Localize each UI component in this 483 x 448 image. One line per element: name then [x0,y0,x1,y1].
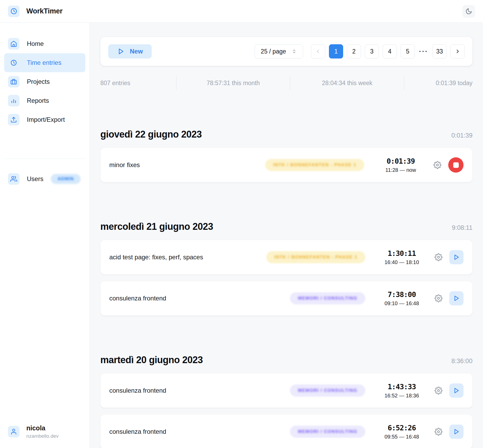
day-section: giovedì 22 giugno 2023 0:01:39 minor fix… [100,129,472,182]
profile-name: nicola [26,424,59,432]
entry-play-button[interactable] [449,425,464,439]
entry-time-block: 0:01:39 11:28 — now [374,157,428,173]
pagination-prev-button[interactable] [311,44,325,59]
select-chevrons-icon [291,48,297,54]
day-entries: minor fixes INTK / BONNEFANTEN - PHASE 1… [100,148,472,182]
project-badge-label: INTK / BONNEFANTEN - PHASE 1 [273,162,356,168]
pagination-next-button[interactable] [450,44,465,59]
project-badge: INTK / BONNEFANTEN - PHASE 1 [265,159,364,171]
sidebar-item-import-export[interactable]: Import/Export [4,110,85,129]
day-title: mercoledì 21 giugno 2023 [100,221,213,232]
clock-icon [8,57,19,69]
day-header: mercoledì 21 giugno 2023 9:08:11 [100,221,472,232]
time-entry-card: consulenza frontend MEMORI / CONSULTING … [100,373,472,408]
project-badge: MEMORI / CONSULTING [290,292,365,304]
entry-stop-button[interactable] [448,157,464,173]
pagination-page-button[interactable]: 4 [383,44,397,59]
sidebar-item-projects[interactable]: Projects [4,72,85,91]
sidebar-item-label: Reports [27,97,49,104]
pagination-page-button[interactable]: 1 [329,44,343,59]
pagination-page-button[interactable]: 3 [365,44,379,59]
profile-domain: nzambello.dev [26,433,59,439]
sidebar-nav: Home Time entries Projects Reports Impor… [0,34,90,129]
project-badge: MEMORI / CONSULTING [290,384,365,397]
sidebar-item-label: Projects [27,78,50,85]
day-total: 9:08:11 [452,224,472,231]
sidebar: Home Time entries Projects Reports Impor… [0,23,90,448]
sidebar-item-label: Time entries [27,59,61,66]
play-icon [453,428,460,435]
entry-duration: 6:52:26 [375,424,429,432]
new-entry-button[interactable]: New [108,44,152,59]
chevron-left-icon [315,48,321,54]
clock-logo-icon [8,6,19,17]
entry-time-block: 7:38:00 09:10 — 16:48 [375,290,429,306]
day-header: martedì 20 giugno 2023 8:36:00 [100,354,472,366]
sidebar-item-reports[interactable]: Reports [4,91,85,110]
sidebar-divider [4,159,85,159]
page-size-select[interactable]: 25 / page [255,44,303,59]
day-sections: giovedì 22 giugno 2023 0:01:39 minor fix… [100,129,472,448]
entry-description: consulenza frontend [109,428,290,435]
play-icon [453,254,460,261]
pagination-page-button[interactable]: 2 [347,44,361,59]
sidebar-item-users[interactable]: Users ADMIN [4,169,85,188]
play-icon [453,387,460,394]
sidebar-item-label: Users [27,175,43,183]
day-title: giovedì 22 giugno 2023 [100,129,202,140]
entry-settings-button[interactable] [435,428,442,436]
project-badge: MEMORI / CONSULTING [290,426,365,438]
pagination: 12345 ··· 33 [311,44,465,59]
sidebar-item-label: Home [27,40,44,47]
sidebar-item-label: Import/Export [27,116,65,123]
bar-chart-icon [8,95,19,106]
entry-settings-button[interactable] [435,294,442,302]
entry-description: consulenza frontend [109,387,290,394]
entry-duration: 1:30:11 [375,249,429,257]
project-badge-label: MEMORI / CONSULTING [298,296,357,301]
time-entry-card: consulenza frontend MEMORI / CONSULTING … [100,281,472,315]
gear-icon [435,387,442,395]
project-badge-label: INTK / BONNEFANTEN - PHASE 1 [274,255,357,260]
entry-play-button[interactable] [449,383,464,398]
entry-time-block: 1:43:33 16:52 — 18:36 [375,383,429,399]
time-entry-card: acid test page: fixes, perf, spaces INTK… [100,240,472,274]
stat-item: 28:04:34 this week [290,76,404,90]
home-icon [8,38,19,50]
stat-item: 0:01:39 today [404,76,472,90]
pagination-last-page-button[interactable]: 33 [432,44,447,59]
stats-strip: 807 entries78:57:31 this month28:04:34 t… [100,76,472,90]
entry-settings-button[interactable] [435,387,442,395]
pagination-pages: 12345 [329,44,415,59]
entry-play-button[interactable] [449,291,464,305]
entry-duration: 1:43:33 [375,383,429,391]
day-section: mercoledì 21 giugno 2023 9:08:11 acid te… [100,221,472,315]
entry-description: consulenza frontend [109,295,290,302]
pagination-page-button[interactable]: 5 [401,44,415,59]
toolbar-card: New 25 / page 12345 ··· [100,37,472,66]
entry-description: acid test page: fixes, perf, spaces [109,254,266,261]
sidebar-item-home[interactable]: Home [4,34,85,53]
moon-icon [465,8,472,15]
stat-item: 78:57:31 this month [176,76,290,90]
play-icon [453,295,460,302]
app-brand: WorkTimer [8,6,62,17]
theme-toggle-button[interactable] [462,5,475,18]
entry-settings-button[interactable] [433,161,441,169]
users-icon [8,173,19,185]
entry-play-button[interactable] [449,250,464,264]
user-profile[interactable]: nicola nzambello.dev [8,424,59,439]
user-icon [8,426,19,437]
sidebar-item-time-entries[interactable]: Time entries [4,53,85,72]
stat-item: 807 entries [100,76,176,90]
upload-icon [8,114,19,125]
toolbar-right: 25 / page 12345 ··· 33 [255,44,465,59]
entry-settings-button[interactable] [435,253,442,261]
entry-duration: 0:01:39 [374,157,428,165]
day-section: martedì 20 giugno 2023 8:36:00 consulenz… [100,354,472,448]
entry-time-range: 16:52 — 18:36 [375,393,429,399]
gear-icon [435,428,442,436]
page-size-value: 25 / page [261,48,286,55]
day-total: 0:01:39 [451,132,472,139]
project-badge-label: MEMORI / CONSULTING [298,429,357,434]
